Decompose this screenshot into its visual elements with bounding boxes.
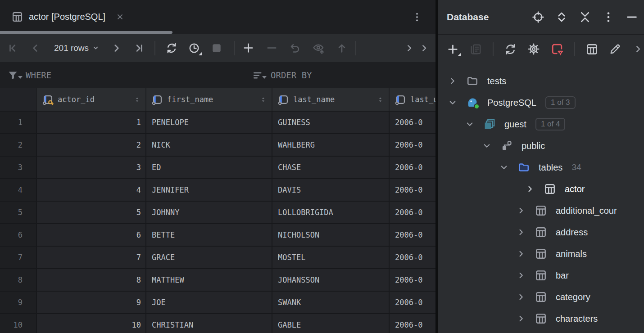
- chevron-right-icon[interactable]: [516, 292, 526, 302]
- row-number[interactable]: 8: [0, 269, 37, 291]
- table-view-button[interactable]: [586, 43, 598, 55]
- tree-item-additional-cour[interactable]: additional_cour: [438, 200, 644, 221]
- tree-item-characters[interactable]: characters: [438, 308, 644, 329]
- cell-last-name[interactable]: JOHANSSON: [272, 269, 390, 291]
- cell-last-name[interactable]: DAVIS: [272, 179, 390, 201]
- cell-last-update[interactable]: 2006-0: [390, 112, 435, 133]
- cell-last-name[interactable]: SWANK: [272, 292, 390, 313]
- row-number[interactable]: 9: [0, 292, 37, 313]
- chevron-right-icon[interactable]: [525, 184, 535, 194]
- row-number[interactable]: 3: [0, 157, 37, 178]
- cell-last-update[interactable]: 2006-0: [390, 134, 435, 156]
- cell-first-name[interactable]: JOHNNY: [146, 202, 272, 223]
- cell-actor-id[interactable]: 1: [37, 112, 146, 133]
- last-page-button[interactable]: [131, 40, 147, 56]
- tree-item-tables[interactable]: tables 34: [438, 157, 644, 178]
- locate-target-icon[interactable]: [532, 11, 544, 23]
- first-page-button[interactable]: [5, 40, 21, 56]
- edit-button[interactable]: [609, 43, 621, 55]
- row-number[interactable]: 1: [0, 112, 37, 133]
- stop-button[interactable]: [209, 40, 225, 56]
- cell-last-update[interactable]: 2006-0: [390, 224, 435, 246]
- where-filter-field[interactable]: WHERE: [7, 62, 51, 88]
- order-by-field[interactable]: ORDER BY: [252, 62, 312, 88]
- cell-first-name[interactable]: PENELOPE: [146, 112, 272, 133]
- new-datasource-button[interactable]: [447, 43, 459, 55]
- expand-collapse-icon[interactable]: [555, 11, 568, 23]
- cell-last-name[interactable]: GUINESS: [272, 112, 390, 133]
- chevron-down-icon[interactable]: [482, 141, 492, 151]
- tree-item-address[interactable]: address: [438, 221, 644, 243]
- cell-first-name[interactable]: BETTE: [146, 224, 272, 246]
- cell-first-name[interactable]: CHRISTIAN: [146, 314, 272, 333]
- chevron-right-icon[interactable]: [632, 43, 644, 55]
- close-icon[interactable]: [116, 13, 124, 21]
- cell-last-name[interactable]: WAHLBERG: [272, 134, 390, 156]
- preview-changes-button[interactable]: [310, 40, 327, 56]
- cell-last-name[interactable]: MOSTEL: [272, 247, 390, 268]
- cell-actor-id[interactable]: 3: [37, 157, 146, 178]
- reload-page-button[interactable]: [163, 40, 180, 56]
- previous-page-button[interactable]: [27, 40, 43, 56]
- cell-last-update[interactable]: 2006-0: [390, 269, 435, 291]
- row-number[interactable]: 7: [0, 247, 37, 268]
- row-number[interactable]: 4: [0, 179, 37, 201]
- cell-first-name[interactable]: NICK: [146, 134, 272, 156]
- data-source-settings-button[interactable]: [527, 43, 540, 55]
- add-row-button[interactable]: [240, 40, 256, 56]
- cell-last-name[interactable]: LOLLOBRIGIDA: [272, 202, 390, 223]
- cell-actor-id[interactable]: 8: [37, 269, 146, 291]
- tree-item-public[interactable]: public: [438, 135, 644, 157]
- chevron-right-icon[interactable]: [516, 249, 526, 259]
- column-header-last-update[interactable]: last_update: [390, 88, 435, 111]
- more-options-kebab-icon[interactable]: [602, 11, 615, 23]
- cell-last-update[interactable]: 2006-0: [390, 202, 435, 223]
- disconnect-button[interactable]: [551, 43, 563, 55]
- tree-item-animals[interactable]: animals: [438, 243, 644, 265]
- delete-row-button[interactable]: [263, 40, 280, 56]
- chevron-right-icon[interactable]: [516, 206, 526, 216]
- cell-last-update[interactable]: 2006-0: [390, 292, 435, 313]
- row-number[interactable]: 6: [0, 224, 37, 246]
- cell-last-update[interactable]: 2006-0: [390, 314, 435, 333]
- tree-item-actor-selected[interactable]: actor: [438, 178, 644, 200]
- submit-changes-button[interactable]: [334, 40, 350, 56]
- cell-actor-id[interactable]: 5: [37, 202, 146, 223]
- page-size-dropdown[interactable]: 201 rows: [48, 40, 103, 56]
- cell-last-name[interactable]: GABLE: [272, 314, 390, 333]
- cell-actor-id[interactable]: 6: [37, 224, 146, 246]
- column-header-first-name[interactable]: first_name: [146, 88, 272, 111]
- sort-toggle-icon[interactable]: [133, 96, 141, 104]
- cell-first-name[interactable]: MATTHEW: [146, 269, 272, 291]
- tree-item-category[interactable]: category: [438, 286, 644, 308]
- tab-actor-postgresql[interactable]: actor [PostgreSQL]: [0, 0, 134, 34]
- cell-last-update[interactable]: 2006-0: [390, 179, 435, 201]
- revert-changes-button[interactable]: [287, 40, 303, 56]
- cell-first-name[interactable]: GRACE: [146, 247, 272, 268]
- collapse-all-icon[interactable]: [579, 11, 591, 23]
- chevron-down-icon[interactable]: [465, 119, 475, 129]
- refresh-button[interactable]: [504, 43, 517, 55]
- sort-toggle-icon[interactable]: [259, 96, 267, 104]
- cell-last-update[interactable]: 2006-0: [390, 157, 435, 178]
- column-header-last-name[interactable]: last_name: [272, 88, 390, 111]
- chevron-right-icon[interactable]: [516, 227, 526, 237]
- tree-item-bar[interactable]: bar: [438, 265, 644, 286]
- cell-last-name[interactable]: CHASE: [272, 157, 390, 178]
- chevron-down-icon[interactable]: [499, 162, 509, 172]
- sort-toggle-icon[interactable]: [376, 96, 384, 104]
- chevron-right-icon[interactable]: [448, 76, 458, 86]
- cell-actor-id[interactable]: 4: [37, 179, 146, 201]
- cell-first-name[interactable]: ED: [146, 157, 272, 178]
- next-page-button[interactable]: [109, 40, 125, 56]
- cell-last-update[interactable]: 2006-0: [390, 247, 435, 268]
- cell-actor-id[interactable]: 7: [37, 247, 146, 268]
- cell-actor-id[interactable]: 2: [37, 134, 146, 156]
- cell-first-name[interactable]: JENNIFER: [146, 179, 272, 201]
- chevron-right-icon[interactable]: [516, 270, 526, 280]
- auto-refresh-clock-button[interactable]: [186, 40, 202, 56]
- chevron-right-icon[interactable]: [516, 314, 526, 324]
- row-number[interactable]: 10: [0, 314, 37, 333]
- cell-actor-id[interactable]: 10: [37, 314, 146, 333]
- cell-first-name[interactable]: JOE: [146, 292, 272, 313]
